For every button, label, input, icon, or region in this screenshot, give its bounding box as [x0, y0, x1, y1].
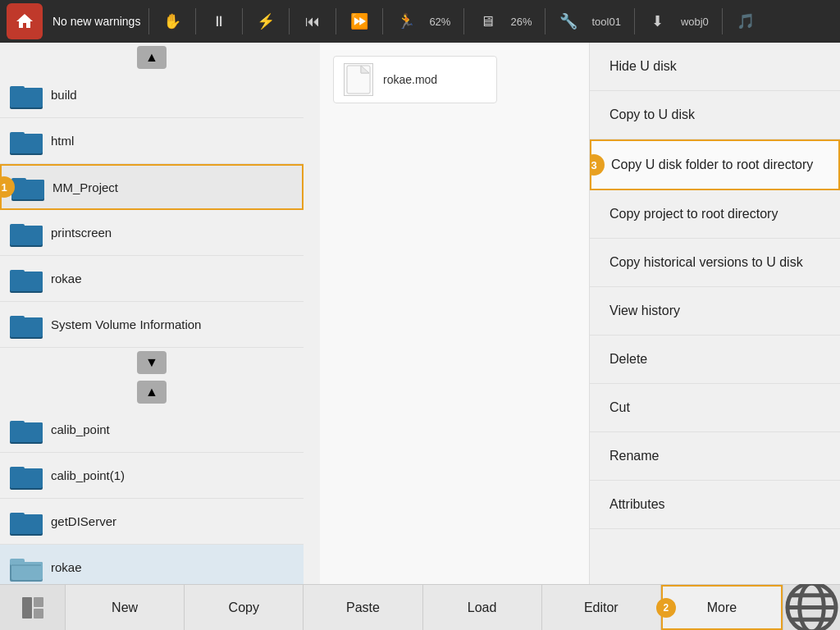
- folder-name-build: build: [51, 88, 77, 102]
- paste-button-label: Paste: [346, 600, 380, 615]
- sidebar-item-get-di-server[interactable]: getDIServer: [0, 499, 304, 545]
- main-layout: ▲ build: [0, 43, 840, 584]
- svg-rect-40: [34, 609, 43, 619]
- ctx-hide-u-disk[interactable]: Hide U disk: [590, 43, 840, 91]
- stat1-value: 62%: [429, 16, 450, 28]
- folder-name-get-di-server: getDIServer: [51, 514, 116, 528]
- badge-3: 3: [589, 154, 605, 176]
- ctx-copy-historical-label: Copy historical versions to U disk: [609, 255, 803, 269]
- globe-button[interactable]: [783, 585, 840, 630]
- ctx-copy-project-root-label: Copy project to root directory: [609, 207, 778, 221]
- scroll-up-btn[interactable]: ▲: [137, 46, 167, 69]
- stat1: 62%: [429, 16, 450, 28]
- ctx-attributes[interactable]: Attributes: [590, 481, 840, 529]
- folder-icon: [10, 218, 43, 248]
- ctx-view-history-label: View history: [609, 304, 680, 317]
- folder-name-mm-project: MM_Project: [52, 180, 118, 194]
- sidebar-item-build[interactable]: build: [0, 72, 304, 118]
- folder-name-rokae2: rokae: [51, 560, 82, 574]
- folder-name-calib-point: calib_point: [51, 422, 110, 436]
- svg-rect-11: [10, 226, 43, 245]
- sidebar: ▲ build: [0, 43, 320, 584]
- svg-rect-8: [11, 180, 44, 199]
- load-button-label: Load: [468, 600, 497, 615]
- scroll-up2-btn[interactable]: ▲: [137, 381, 167, 404]
- tool-label: tool01: [591, 16, 620, 28]
- editor-button[interactable]: Editor: [542, 585, 661, 630]
- wobj-icon[interactable]: ⬇: [643, 7, 673, 36]
- ctx-delete[interactable]: Delete: [590, 336, 840, 384]
- sidebar-item-calib-point[interactable]: calib_point: [0, 407, 304, 453]
- more-button[interactable]: 2 More: [661, 585, 783, 630]
- folder-name-sysvolinfo: System Volume Information: [51, 317, 201, 331]
- file-name-label: rokae.mod: [383, 73, 437, 86]
- wobj-label: wobj0: [681, 16, 709, 28]
- paste-button[interactable]: Paste: [304, 585, 422, 630]
- sidebar-scroll[interactable]: ▲ build: [0, 43, 320, 584]
- separator-9: [634, 8, 635, 34]
- sidebar-item-rokae2[interactable]: rokae: [0, 545, 304, 584]
- svg-rect-5: [10, 134, 43, 153]
- svg-rect-20: [10, 422, 43, 442]
- folder-name-rokae: rokae: [51, 272, 82, 285]
- ctx-cut[interactable]: Cut: [590, 384, 840, 432]
- new-button[interactable]: New: [66, 585, 185, 630]
- svg-rect-38: [22, 597, 32, 619]
- ctx-attributes-label: Attributes: [609, 497, 665, 511]
- copy-button[interactable]: Copy: [185, 585, 304, 630]
- ctx-view-history[interactable]: View history: [590, 287, 840, 336]
- right-panel: rokae.mod Hide U disk Copy to U disk 3 C…: [320, 43, 840, 584]
- load-button[interactable]: Load: [423, 585, 542, 630]
- folder-icon: [10, 415, 43, 445]
- forward-icon[interactable]: ⏩: [345, 7, 374, 36]
- scroll-down-mid-btn[interactable]: ▼: [137, 351, 167, 374]
- ctx-copy-to-u-disk-label: Copy to U disk: [609, 107, 695, 121]
- ctx-delete-label: Delete: [609, 352, 647, 366]
- pause-icon[interactable]: ⏸: [204, 7, 234, 36]
- warning-text: No new warnings: [52, 15, 140, 28]
- ctx-rename[interactable]: Rename: [590, 432, 840, 481]
- separator-4: [289, 8, 290, 34]
- stat2: 26%: [510, 16, 532, 28]
- separator-3: [242, 8, 243, 34]
- music-icon[interactable]: 🎵: [731, 7, 760, 36]
- svg-rect-2: [10, 88, 43, 107]
- separator-7: [463, 8, 464, 34]
- sidebar-item-html[interactable]: html: [0, 118, 304, 164]
- ctx-copy-u-disk-folder-label: Copy U disk folder to root directory: [611, 158, 813, 171]
- sidebar-item-calib-point1[interactable]: calib_point(1): [0, 453, 304, 499]
- svg-rect-36: [347, 66, 370, 94]
- tools-icon[interactable]: 🔧: [554, 7, 583, 36]
- monitor-icon[interactable]: 🖥: [472, 7, 502, 36]
- svg-rect-29: [11, 562, 43, 580]
- sidebar-item-rokae[interactable]: rokae: [0, 256, 304, 302]
- editor-button-label: Editor: [584, 600, 619, 615]
- topbar: No new warnings ✋ ⏸ ⚡ ⏮ ⏩ 🏃 62% 🖥 26% 🔧 …: [0, 0, 840, 43]
- sidebar-item-printscreen[interactable]: printscreen: [0, 210, 304, 256]
- more-button-label: More: [707, 600, 737, 615]
- ctx-copy-u-disk-folder[interactable]: 3 Copy U disk folder to root directory: [590, 139, 840, 190]
- folder-icon-open: [10, 553, 43, 582]
- ctx-cut-label: Cut: [609, 400, 630, 414]
- badge-2: 2: [656, 598, 676, 618]
- folder-icon: [10, 507, 43, 536]
- ctx-copy-project-root[interactable]: Copy project to root directory: [590, 190, 840, 239]
- svg-rect-17: [10, 317, 43, 337]
- cycle-icon[interactable]: ⏮: [298, 7, 327, 36]
- copy-button-label: Copy: [229, 600, 259, 615]
- ctx-copy-historical[interactable]: Copy historical versions to U disk: [590, 239, 840, 287]
- ctx-copy-to-u-disk[interactable]: Copy to U disk: [590, 91, 840, 139]
- folder-icon: [10, 80, 43, 110]
- file-item-rokae-mod[interactable]: rokae.mod: [333, 56, 497, 103]
- run-icon[interactable]: 🏃: [391, 7, 421, 36]
- home-button[interactable]: [7, 3, 43, 39]
- separator-10: [722, 8, 723, 34]
- tab-view-button[interactable]: [0, 585, 66, 630]
- sidebar-item-system-volume[interactable]: System Volume Information: [0, 302, 304, 348]
- lightning-icon[interactable]: ⚡: [251, 7, 281, 36]
- hand-icon[interactable]: ✋: [158, 7, 187, 36]
- bottombar: New Copy Paste Load Editor 2 More: [0, 584, 840, 630]
- svg-rect-14: [10, 272, 43, 291]
- sidebar-item-mm-project[interactable]: 1 MM_Project: [0, 164, 304, 210]
- separator-6: [382, 8, 383, 34]
